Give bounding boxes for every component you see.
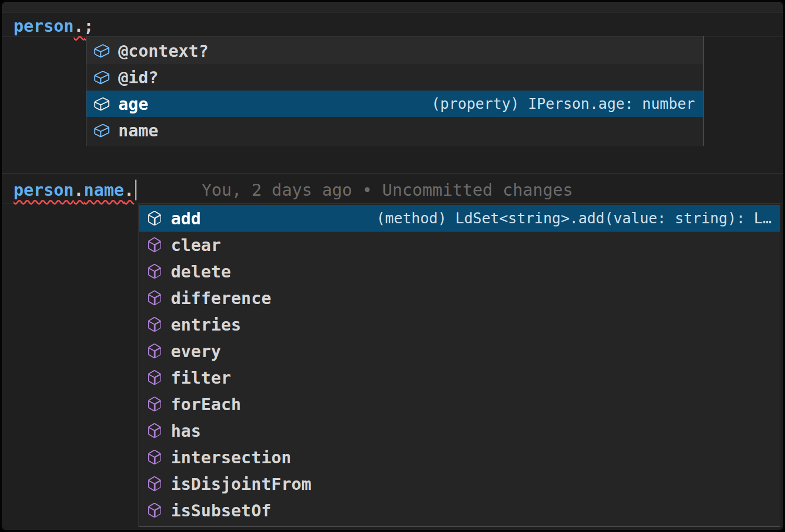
code-token-dot-semicolon-error: .; — [74, 16, 94, 36]
symbol-method-icon — [146, 475, 163, 492]
current-line-border — [2, 173, 783, 174]
symbol-field-icon — [93, 122, 110, 139]
suggestion-item-add-selected[interactable]: add (method) LdSet<string>.add(value: st… — [139, 205, 780, 232]
code-token-person: person — [14, 180, 74, 200]
symbol-method-icon — [146, 210, 163, 227]
symbol-method-icon — [146, 369, 163, 386]
suggestion-detail: (method) LdSet<string>.add(value: string… — [376, 210, 771, 227]
suggestion-label: has — [171, 421, 201, 441]
symbol-field-icon — [93, 69, 110, 86]
symbol-method-icon — [146, 236, 163, 254]
symbol-method-icon — [146, 289, 163, 307]
suggestion-item-entries[interactable]: entries — [139, 311, 780, 338]
suggestion-label: age — [118, 94, 148, 114]
suggestion-item-name[interactable]: name — [86, 117, 703, 144]
suggestion-detail: (property) IPerson.age: number — [431, 95, 695, 112]
code-line-person[interactable]: person.; — [14, 15, 94, 37]
vscode-editor-screenshot: person.; @context? @id? age (p — [0, 0, 785, 532]
suggestion-label: name — [118, 121, 158, 141]
suggestion-label: clear — [171, 235, 221, 255]
suggestion-item-age-selected[interactable]: age (property) IPerson.age: number — [86, 91, 703, 117]
symbol-method-icon — [146, 343, 163, 360]
code-line-person-name[interactable]: person.name. — [14, 179, 134, 201]
code-token-dot: . — [124, 180, 134, 200]
symbol-method-icon — [146, 263, 163, 280]
symbol-method-icon — [146, 449, 163, 466]
code-token-dot: . — [74, 180, 84, 200]
suggestion-label: intersection — [171, 448, 291, 467]
suggestion-label: delete — [171, 262, 231, 282]
code-token-person: person — [14, 16, 74, 36]
suggestion-label: difference — [171, 288, 271, 308]
suggestion-label: add — [171, 209, 201, 229]
suggestion-label: @id? — [118, 68, 158, 87]
git-blame-annotation: You, 2 days ago • Uncommitted changes — [202, 179, 573, 201]
suggestion-item-clear[interactable]: clear — [139, 232, 780, 258]
code-token-name: name — [84, 180, 124, 200]
suggestion-item-issubsetof[interactable]: isSubsetOf — [139, 497, 780, 524]
suggestion-label: @context? — [118, 41, 208, 61]
suggest-widget-top: @context? @id? age (property) IPerson.ag… — [86, 36, 704, 146]
suggestion-item-filter[interactable]: filter — [139, 364, 780, 391]
suggestion-item-intersection[interactable]: intersection — [139, 444, 780, 471]
text-cursor — [135, 180, 136, 200]
suggestion-item-context[interactable]: @context? — [86, 37, 703, 64]
editor-surface[interactable]: person.; @context? @id? age (p — [2, 2, 783, 530]
suggestion-item-isdisjointfrom[interactable]: isDisjointFrom — [139, 471, 780, 497]
suggestion-item-foreach[interactable]: forEach — [139, 391, 780, 417]
symbol-method-icon — [146, 422, 163, 439]
suggestion-item-delete[interactable]: delete — [139, 258, 780, 285]
symbol-method-icon — [146, 396, 163, 413]
suggestion-item-every[interactable]: every — [139, 338, 780, 364]
suggestion-label: every — [171, 341, 221, 361]
symbol-method-icon — [146, 502, 163, 519]
suggestion-label: filter — [171, 368, 231, 388]
suggestion-item-difference[interactable]: difference — [139, 285, 780, 311]
suggestion-label: isDisjointFrom — [171, 474, 311, 494]
suggestion-label: isSubsetOf — [171, 501, 271, 521]
suggestion-label: entries — [171, 315, 241, 335]
symbol-method-icon — [146, 316, 163, 333]
symbol-field-icon — [93, 42, 110, 59]
symbol-field-icon — [93, 95, 110, 112]
suggestion-item-has[interactable]: has — [139, 417, 780, 444]
suggestion-item-id[interactable]: @id? — [86, 64, 703, 91]
suggestion-label: forEach — [171, 395, 241, 414]
suggest-widget-bottom: add (method) LdSet<string>.add(value: st… — [139, 204, 780, 527]
current-line-highlight-top — [2, 2, 783, 13]
